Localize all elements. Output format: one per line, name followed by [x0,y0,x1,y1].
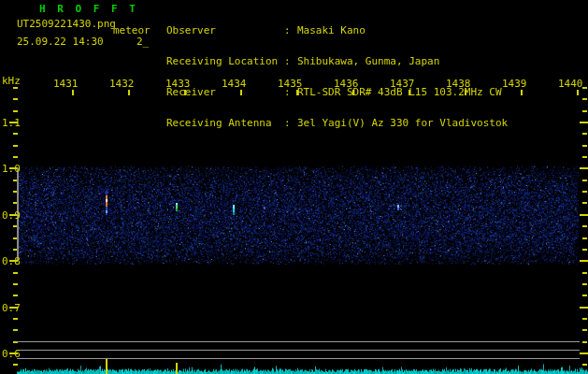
y-axis-minor-tick-right [582,318,587,320]
x-axis-tick-label: 1440 [558,79,583,89]
y-axis-tick-label: 1.1 [2,118,24,128]
info-row-observer: Observer:Masaki Kano [166,25,508,36]
info-value: 3el Yagi(V) Az 330 for Vladivostok [297,118,508,128]
y-axis-minor-tick-right [582,295,587,296]
y-axis-minor-tick-right [582,283,587,285]
filename-label: UT2509221430.png [17,19,116,29]
info-row-receiver: Receiver:RTL-SDR SDR# 43dB L15 103.2MHz … [166,87,508,97]
y-axis-minor-tick-left [13,156,18,158]
info-value: RTL-SDR SDR# 43dB L15 103.2MHz CW [297,87,502,97]
y-axis-tick-label: 1.0 [2,164,24,174]
echo-detection-marker [176,363,178,374]
y-axis-minor-tick-right [582,341,587,343]
threshold-line [17,350,580,351]
hrofft-screen: 1431143214331434143514361437143814391440… [0,0,588,374]
y-axis-minor-tick-left [13,110,18,112]
y-axis-major-tick-right [580,122,588,123]
y-axis-minor-tick-left [13,272,18,274]
meteor-echo-segment [106,213,108,215]
y-axis-tick-label: 0.8 [2,256,24,266]
y-axis-minor-tick-left [13,364,18,366]
y-axis-minor-tick-left [13,145,18,147]
x-axis-tick [128,90,130,95]
y-axis-major-tick-right [580,307,588,309]
y-axis-tick-label: 0.6 [2,349,24,359]
y-axis-minor-tick-right [582,225,587,227]
y-axis-major-tick-right [580,214,588,216]
meteor-echo-segment [233,212,235,215]
mode-label: meteor [113,25,151,36]
y-axis-minor-tick-right [582,180,587,181]
y-axis-minor-tick-left [13,98,18,100]
y-axis-minor-tick-right [582,87,587,89]
info-colon: : [284,25,297,36]
y-axis-minor-tick-left [13,283,18,285]
info-label: Receiver [166,87,284,97]
y-axis-unit-label: kHz [2,76,21,86]
app-title: H R O F F T [39,4,138,14]
meteor-echo-segment [264,207,265,209]
info-value: Shibukawa, Gunma, Japan [297,56,439,66]
info-row-location: Receiving Location:Shibukawa, Gunma, Jap… [166,56,508,66]
y-axis-minor-tick-right [582,364,587,366]
y-axis-minor-tick-right [582,191,587,193]
info-colon: : [284,56,297,66]
y-axis-tick-label: 0.9 [2,210,24,221]
meteor-echo-segment [176,209,178,211]
info-value: Masaki Kano [297,25,366,36]
y-axis-minor-tick-right [582,249,587,251]
x-axis-tick-label: 1432 [109,79,135,89]
y-axis-minor-tick-right [582,237,587,239]
y-axis-minor-tick-left [13,87,18,89]
counter-cursor: 2_ [136,36,149,47]
y-axis-minor-tick-right [582,202,587,204]
info-label: Receiving Antenna [166,118,284,128]
y-axis-minor-tick-right [582,133,587,135]
y-axis-minor-tick-right [582,272,587,274]
y-axis-minor-tick-right [582,145,587,147]
y-axis-major-tick-right [580,167,588,169]
meteor-echo-segment [397,208,399,210]
info-label: Receiving Location [166,56,284,66]
station-info: Observer:Masaki Kano Receiving Location:… [166,5,508,149]
threshold-line [17,358,580,359]
datetime-label: 25.09.22 14:30 [17,36,104,47]
y-axis-minor-tick-left [13,318,18,320]
y-axis-minor-tick-left [13,329,18,331]
x-axis-tick [577,90,579,95]
y-axis-minor-tick-right [582,156,587,158]
y-axis-minor-tick-right [582,329,587,331]
y-axis-minor-tick-left [13,133,18,135]
x-axis-tick-label: 1431 [53,79,79,89]
threshold-line [17,341,580,342]
info-row-antenna: Receiving Antenna:3el Yagi(V) Az 330 for… [166,118,508,128]
info-colon: : [284,118,297,128]
x-axis-tick [521,90,523,95]
y-axis-minor-tick-right [582,110,587,112]
y-axis-major-tick-right [580,260,588,262]
info-label: Observer [166,25,284,36]
y-axis-minor-tick-left [13,295,18,296]
x-axis-tick [72,90,74,95]
y-axis-tick-label: 0.7 [2,303,24,313]
y-axis-minor-tick-right [582,98,587,100]
echo-detection-marker [106,359,108,374]
info-colon: : [284,87,297,97]
y-axis-major-tick-right [580,352,588,354]
